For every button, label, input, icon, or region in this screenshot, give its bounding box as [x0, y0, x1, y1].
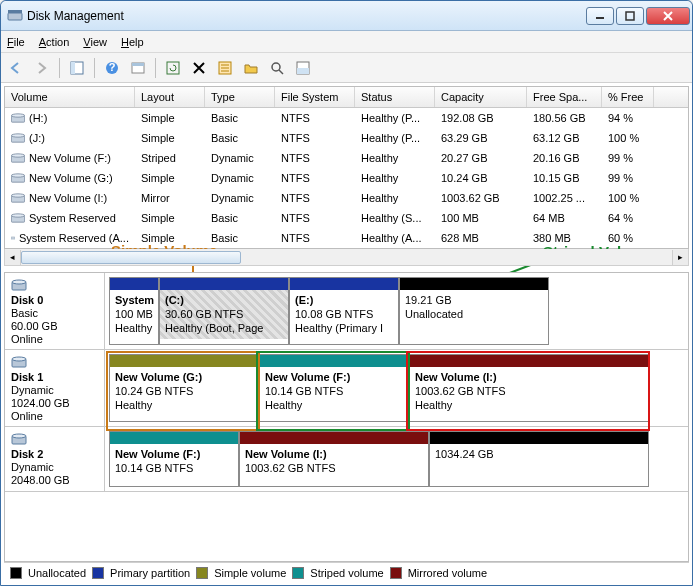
table-row[interactable]: (H:)SimpleBasicNTFSHealthy (P...192.08 G…	[5, 108, 688, 128]
cell: Simple	[135, 170, 205, 186]
partition-color-bar	[430, 432, 648, 444]
partition[interactable]: (E:)10.08 GB NTFSHealthy (Primary I	[289, 277, 399, 345]
forward-button[interactable]	[31, 57, 53, 79]
settings-button[interactable]	[127, 57, 149, 79]
svg-point-23	[11, 194, 24, 197]
refresh-button[interactable]	[162, 57, 184, 79]
partition[interactable]: New Volume (I:)1003.62 GB NTFSHealthy	[409, 354, 649, 422]
menu-file[interactable]: File	[7, 36, 25, 48]
partition[interactable]: (C:)30.60 GB NTFSHealthy (Boot, Page	[159, 277, 289, 345]
list-icon	[218, 61, 232, 75]
partition-color-bar	[260, 355, 408, 367]
close-icon	[663, 11, 673, 21]
maximize-button[interactable]	[616, 7, 644, 25]
partition-label: New Volume (I:)1003.62 GB NTFS	[240, 444, 428, 480]
table-row[interactable]: New Volume (F:)StripedDynamicNTFSHealthy…	[5, 148, 688, 168]
menu-action[interactable]: Action	[39, 36, 70, 48]
minimize-button[interactable]	[586, 7, 614, 25]
table-row[interactable]: System Reserved (A...SimpleBasicNTFSHeal…	[5, 228, 688, 248]
cell: Basic	[205, 210, 275, 226]
search-icon	[270, 61, 284, 75]
arrow-right-icon	[35, 61, 49, 75]
partition[interactable]: 19.21 GBUnallocated	[399, 277, 549, 345]
cell: NTFS	[275, 190, 355, 206]
column-header[interactable]: File System	[275, 87, 355, 107]
table-row[interactable]: New Volume (I:)MirrorDynamicNTFSHealthy1…	[5, 188, 688, 208]
cell: 628 MB	[435, 230, 527, 246]
partition[interactable]: New Volume (F:)10.14 GB NTFSHealthy	[259, 354, 409, 422]
refresh-icon	[166, 61, 180, 75]
svg-rect-2	[626, 12, 634, 20]
scroll-right-button[interactable]: ▸	[672, 250, 688, 265]
cell: 20.27 GB	[435, 150, 527, 166]
folder-icon	[244, 61, 258, 75]
delete-button[interactable]	[188, 57, 210, 79]
help-button[interactable]: ?	[101, 57, 123, 79]
volume-icon	[11, 193, 25, 203]
column-header[interactable]: Layout	[135, 87, 205, 107]
cell: Dynamic	[205, 170, 275, 186]
partition-color-bar	[290, 278, 398, 290]
legend-swatch	[196, 567, 208, 579]
legend-label: Primary partition	[110, 567, 190, 579]
close-button[interactable]	[646, 7, 690, 25]
disk-partitions: New Volume (F:)10.14 GB NTFSNew Volume (…	[105, 427, 688, 491]
views-button[interactable]	[292, 57, 314, 79]
cell: (H:)	[5, 110, 135, 126]
content-area: Simple Volume Striped Volume Mirrored Vo…	[1, 83, 692, 585]
table-row[interactable]: System ReservedSimpleBasicNTFSHealthy (S…	[5, 208, 688, 228]
open-button[interactable]	[240, 57, 262, 79]
properties-button[interactable]	[214, 57, 236, 79]
horizontal-scrollbar[interactable]: ◂ ▸	[4, 249, 689, 266]
scroll-thumb[interactable]	[21, 251, 241, 264]
cell: 100 %	[602, 190, 654, 206]
cell: 1003.62 GB	[435, 190, 527, 206]
table-row[interactable]: (J:)SimpleBasicNTFSHealthy (P...63.29 GB…	[5, 128, 688, 148]
partition-color-bar	[110, 278, 158, 290]
cell: NTFS	[275, 170, 355, 186]
menu-view[interactable]: View	[83, 36, 107, 48]
column-header[interactable]: Volume	[5, 87, 135, 107]
cell: Healthy	[355, 190, 435, 206]
partition[interactable]: System100 MBHealthy	[109, 277, 159, 345]
partition[interactable]: New Volume (G:)10.24 GB NTFSHealthy	[109, 354, 259, 422]
window-buttons	[586, 7, 690, 25]
cell: 60 %	[602, 230, 654, 246]
disk-info[interactable]: Disk 0Basic60.00 GBOnline	[5, 273, 105, 349]
scroll-left-button[interactable]: ◂	[5, 250, 21, 265]
cell: NTFS	[275, 230, 355, 246]
partition[interactable]: 1034.24 GB	[429, 431, 649, 487]
disk-type: Dynamic	[11, 384, 98, 396]
svg-point-33	[12, 434, 26, 438]
back-button[interactable]	[5, 57, 27, 79]
console-tree-button[interactable]	[66, 57, 88, 79]
volume-icon	[11, 213, 25, 223]
maximize-icon	[625, 11, 635, 21]
partition-color-bar	[400, 278, 548, 290]
column-header[interactable]: Type	[205, 87, 275, 107]
volume-icon	[11, 113, 25, 123]
cell: NTFS	[275, 150, 355, 166]
minimize-icon	[595, 11, 605, 21]
svg-rect-13	[297, 68, 309, 74]
svg-rect-8	[132, 63, 144, 66]
disk-info[interactable]: Disk 2Dynamic2048.00 GB	[5, 427, 105, 491]
toolbar: ?	[1, 53, 692, 83]
column-header[interactable]: % Free	[602, 87, 654, 107]
partition[interactable]: New Volume (F:)10.14 GB NTFS	[109, 431, 239, 487]
column-header[interactable]: Capacity	[435, 87, 527, 107]
partition-color-bar	[410, 355, 648, 367]
svg-point-31	[12, 357, 26, 361]
disk-type: Dynamic	[11, 461, 98, 473]
volume-icon	[11, 173, 25, 183]
cell: 100 MB	[435, 210, 527, 226]
cell: Healthy (P...	[355, 130, 435, 146]
column-header[interactable]: Status	[355, 87, 435, 107]
column-header[interactable]: Free Spa...	[527, 87, 602, 107]
table-row[interactable]: New Volume (G:)SimpleDynamicNTFSHealthy1…	[5, 168, 688, 188]
titlebar[interactable]: Disk Management	[1, 1, 692, 31]
disk-info[interactable]: Disk 1Dynamic1024.00 GBOnline	[5, 350, 105, 426]
menu-help[interactable]: Help	[121, 36, 144, 48]
partition[interactable]: New Volume (I:)1003.62 GB NTFS	[239, 431, 429, 487]
find-button[interactable]	[266, 57, 288, 79]
